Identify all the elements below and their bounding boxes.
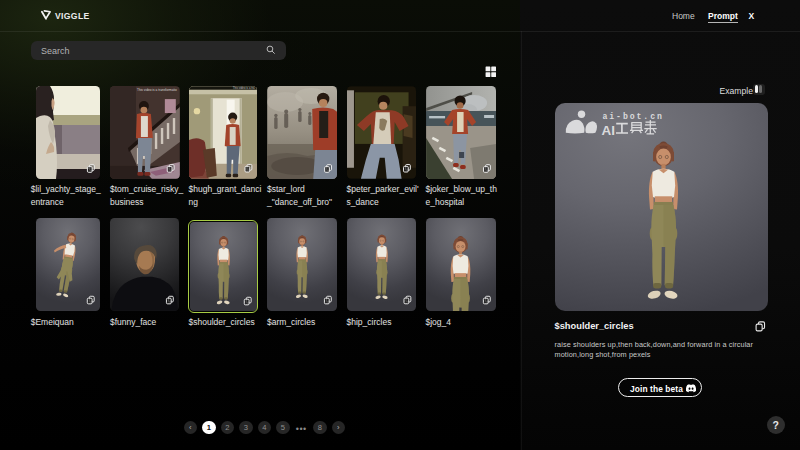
svg-text:This video is a transformatio: This video is a transformatio xyxy=(137,87,177,91)
svg-text:This video is a tra: This video is a tra xyxy=(232,86,254,90)
svg-text:ai-bot.cn: ai-bot.cn xyxy=(602,112,663,121)
svg-text:AI: AI xyxy=(601,123,615,138)
